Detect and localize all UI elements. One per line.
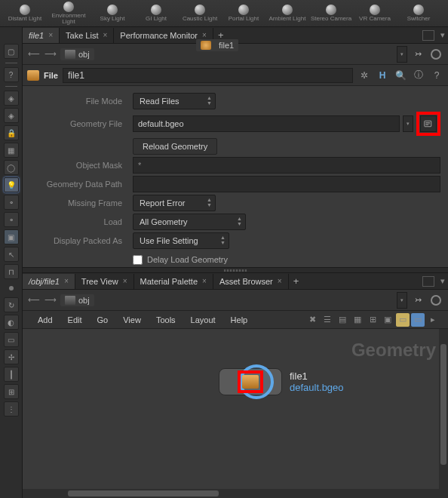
- tab-network[interactable]: /obj/file1×: [23, 274, 75, 289]
- pane-splitter[interactable]: [23, 267, 448, 273]
- lower-pane-maximize-icon[interactable]: [422, 276, 434, 287]
- tool-view1[interactable]: ◈: [4, 91, 19, 106]
- expand-icon[interactable]: ▸: [426, 313, 440, 327]
- tool-grid[interactable]: ▦: [4, 143, 19, 158]
- tab-asset-browser[interactable]: Asset Browser×: [213, 274, 289, 289]
- missing-frame-dropdown[interactable]: Report Error▲▼: [133, 195, 216, 211]
- tool-bulb3[interactable]: ⚬: [4, 212, 19, 227]
- lower-tab-add[interactable]: +: [289, 275, 304, 287]
- tool-pick[interactable]: ↖: [4, 247, 19, 262]
- file-browser-button[interactable]: [420, 115, 437, 132]
- shelf-sky-light[interactable]: Sky Light: [91, 1, 134, 26]
- path-history-dropdown[interactable]: ▾: [397, 46, 407, 63]
- shelf-vr-camera[interactable]: VR Camera: [353, 1, 397, 26]
- object-mask-input[interactable]: [133, 157, 440, 174]
- menu-add[interactable]: Add: [30, 311, 60, 329]
- tool-magnet[interactable]: ⊓: [4, 264, 19, 279]
- lower-path-file1[interactable]: file1: [196, 39, 238, 51]
- tool-lock[interactable]: 🔒: [4, 125, 19, 140]
- nav-back-icon[interactable]: ⟵: [27, 48, 41, 61]
- canvas-scrollbar-vertical[interactable]: [439, 329, 448, 498]
- menu-layout[interactable]: Layout: [183, 311, 223, 329]
- tool-refresh[interactable]: ↻: [4, 297, 19, 312]
- help-icon[interactable]: ?: [430, 69, 443, 82]
- menu-help[interactable]: Help: [223, 311, 256, 329]
- display-packed-as-label: Display Packed As: [30, 236, 128, 245]
- tool-measure[interactable]: ┃: [4, 367, 19, 382]
- menu-tools[interactable]: Tools: [149, 311, 183, 329]
- tool-shade[interactable]: ◐: [4, 315, 19, 330]
- netbox-icon[interactable]: ▭: [411, 313, 425, 327]
- left-toolbar: ▢ ? ◈ ◈ 🔒 ▦ ◯ 💡 ⚬ ⚬ ▣ ↖ ⊓ ↻ ◐ ▭ ✢ ┃ ⊞ ⋮: [0, 27, 23, 498]
- h-badge-icon[interactable]: H: [376, 69, 389, 82]
- lower-pin-jump-icon[interactable]: ↣: [410, 294, 425, 307]
- node-body[interactable]: [219, 368, 282, 395]
- tool-help[interactable]: ?: [4, 67, 19, 82]
- node-name-input[interactable]: [63, 68, 353, 83]
- nav-forward-icon[interactable]: ⟶: [44, 48, 57, 61]
- file-mode-dropdown[interactable]: Read Files▲▼: [133, 93, 216, 109]
- network-canvas[interactable]: Geometry file1 default.bgeo: [23, 329, 448, 498]
- tool-square[interactable]: ▢: [4, 44, 19, 59]
- wrench-icon[interactable]: ✖: [305, 313, 319, 327]
- load-dropdown[interactable]: All Geometry▲▼: [133, 214, 246, 230]
- info-icon[interactable]: ⓘ: [412, 69, 425, 82]
- grid-icon[interactable]: ▦: [351, 313, 364, 327]
- pin-jump-icon[interactable]: ↣: [410, 48, 425, 61]
- path-obj[interactable]: obj: [60, 48, 94, 60]
- shelf-portal-light[interactable]: Portal Light: [222, 1, 265, 26]
- lower-path-obj[interactable]: obj: [60, 294, 94, 306]
- menu-edit[interactable]: Edit: [60, 311, 90, 329]
- canvas-scrollbar-horizontal[interactable]: [23, 489, 439, 498]
- geometry-file-history-dropdown[interactable]: ▾: [403, 115, 413, 132]
- lower-pane-menu-icon[interactable]: ▾: [437, 276, 448, 286]
- node-file1[interactable]: file1 default.bgeo: [219, 368, 344, 395]
- menu-view[interactable]: View: [115, 311, 149, 329]
- tab-material-palette[interactable]: Material Palette×: [134, 274, 213, 289]
- tool-more[interactable]: ⋮: [4, 401, 19, 417]
- network-menubar: Add Edit Go View Tools Layout Help ✖ ☰ ▤…: [23, 311, 448, 329]
- tab-take-list[interactable]: Take List×: [60, 28, 114, 43]
- tab-file1[interactable]: file1×: [23, 28, 60, 43]
- sticky-note-icon[interactable]: ▭: [396, 313, 410, 327]
- delay-load-checkbox[interactable]: Delay Load Geometry: [133, 255, 228, 265]
- small-grid-icon[interactable]: ⊞: [366, 313, 379, 327]
- menu-go[interactable]: Go: [90, 311, 116, 329]
- tool-lightbulb[interactable]: 💡: [4, 177, 19, 192]
- pane-maximize-icon[interactable]: [422, 30, 434, 41]
- list-icon[interactable]: ▤: [336, 313, 349, 327]
- tool-bbox[interactable]: ⊞: [4, 384, 19, 399]
- tool-view2[interactable]: ◈: [4, 108, 19, 123]
- tool-sphere[interactable]: ◯: [4, 160, 19, 175]
- gear-icon[interactable]: ✲: [357, 69, 371, 82]
- lower-nav-back-icon[interactable]: ⟵: [27, 294, 41, 307]
- search-icon[interactable]: 🔍: [394, 69, 407, 82]
- geometry-data-path-input[interactable]: [133, 176, 440, 192]
- tool-adjust[interactable]: ▭: [4, 332, 19, 347]
- shelf-environment-light[interactable]: Environment Light: [47, 1, 91, 26]
- lower-nav-forward-icon[interactable]: ⟶: [44, 294, 57, 307]
- shelf-stereo-camera[interactable]: Stereo Camera: [309, 1, 353, 26]
- tree-list-icon[interactable]: ☰: [321, 313, 334, 327]
- node-type-label: File: [44, 71, 58, 80]
- geometry-file-input[interactable]: [133, 115, 400, 132]
- shelf-ambient-light[interactable]: Ambient Light: [265, 1, 309, 26]
- shelf-distant-light[interactable]: Distant Light: [3, 1, 47, 26]
- large-grid-icon[interactable]: ▣: [381, 313, 394, 327]
- file-browser-icon: [424, 119, 433, 128]
- lower-path-history-dropdown[interactable]: ▾: [397, 292, 407, 309]
- display-packed-as-dropdown[interactable]: Use File Setting▲▼: [133, 232, 229, 249]
- pin-ring-icon[interactable]: [428, 48, 443, 61]
- missing-frame-label: Missing Frame: [30, 198, 128, 208]
- shelf-switcher[interactable]: Switcher: [397, 1, 440, 26]
- tool-camera[interactable]: ▣: [4, 229, 19, 244]
- shelf-caustic-light[interactable]: Caustic Light: [178, 1, 222, 26]
- reload-geometry-button[interactable]: Reload Geometry: [133, 138, 217, 155]
- tool-xform[interactable]: ✢: [4, 349, 19, 364]
- lower-pin-ring-icon[interactable]: [428, 294, 443, 307]
- shelf-gi-light[interactable]: GI Light: [134, 1, 178, 26]
- tab-tree-view[interactable]: Tree View×: [75, 274, 134, 289]
- pane-menu-icon[interactable]: ▾: [437, 30, 448, 40]
- file-node-icon: [27, 70, 39, 81]
- tool-bulb2[interactable]: ⚬: [4, 195, 19, 210]
